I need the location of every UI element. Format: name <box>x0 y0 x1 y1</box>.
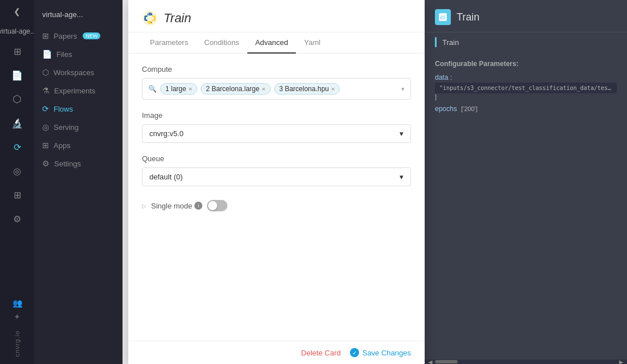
sidebar-item-workspaces[interactable]: ⬡ <box>6 89 28 109</box>
save-check-icon: ✓ <box>350 348 359 357</box>
sidebar-item-papers[interactable]: ⊞ <box>6 41 28 62</box>
single-mode-play-icon: ▷ <box>142 203 146 209</box>
sidebar-extra-icon2[interactable]: ✦ <box>14 312 21 321</box>
scrollbar[interactable]: ◀ ▶ <box>425 359 627 364</box>
modal-footer: Delete Card ✓ Save Changes <box>128 341 425 364</box>
tab-parameters[interactable]: Parameters <box>142 32 196 54</box>
nav-item-papers[interactable]: ⊞ Papers NEW <box>34 27 122 45</box>
sidebar: ❮ virtual-age... ⊞ 📄 ⬡ 🔬 ⟳ ◎ ⊞ ⚙ 👥 ✦ cnv… <box>0 0 34 364</box>
compute-field: Compute 🔍 1 large × 2 Barcelona.large × … <box>142 65 411 100</box>
settings-icon: ⚙ <box>42 159 50 168</box>
single-mode-label: Single mode i <box>151 202 202 210</box>
apps-icon: ⊞ <box>42 141 49 150</box>
queue-label: Queue <box>142 154 411 163</box>
nav-item-workspaces[interactable]: ⬡ Workspaces <box>34 63 122 81</box>
right-panel-header: 🏷 Train <box>425 0 627 32</box>
image-dropdown[interactable]: cnvrg:v5.0 ▾ <box>142 124 411 143</box>
sidebar-item-flows[interactable]: ⟳ <box>6 137 28 157</box>
nav-settings-label: Settings <box>54 159 81 168</box>
app-name: virtual-age... <box>0 25 38 41</box>
delete-card-button[interactable]: Delete Card <box>301 349 340 357</box>
params-heading: Configurable Parameters: <box>435 60 617 68</box>
flows-icon: ⟳ <box>42 104 49 113</box>
tab-yaml[interactable]: Yaml <box>296 32 328 54</box>
sidebar-item-apps[interactable]: ⊞ <box>6 185 28 205</box>
nav-apps-label: Apps <box>54 141 71 150</box>
nav-item-apps[interactable]: ⊞ Apps <box>34 136 122 154</box>
tag-3barcelonahpu-text: 3 Barcelona.hpu <box>279 85 329 93</box>
image-value: cnvrg:v5.0 <box>149 129 184 138</box>
image-field: Image cnvrg:v5.0 ▾ <box>142 111 411 143</box>
files-icon: 📄 <box>42 50 52 59</box>
tag-2barcelona-text: 2 Barcelona.large <box>206 85 259 93</box>
nav-item-serving[interactable]: ◎ Serving <box>34 118 122 136</box>
tab-conditions[interactable]: Conditions <box>196 32 247 54</box>
tag-3barcelonahpu: 3 Barcelona.hpu × <box>274 83 340 95</box>
queue-dropdown[interactable]: default (0) ▾ <box>142 167 411 186</box>
tab-advanced[interactable]: Advanced <box>247 32 296 54</box>
nav-item-flows[interactable]: ⟳ Flows <box>34 100 122 118</box>
sidebar-extra-icon1[interactable]: 👥 <box>13 298 22 308</box>
tag-1large-remove[interactable]: × <box>189 85 192 92</box>
nav-item-experiments[interactable]: ⚗ Experiments <box>34 81 122 100</box>
serving-icon: ◎ <box>42 122 49 132</box>
modal-dialog: Train Parameters Conditions Advanced Yam… <box>128 0 425 364</box>
param-epochs-value-inline: ['200'] <box>461 105 478 112</box>
single-mode-toggle[interactable] <box>207 200 227 211</box>
sidebar-item-serving[interactable]: ◎ <box>6 161 28 181</box>
nav-item-files[interactable]: 📄 Files <box>34 45 122 63</box>
sidebar-bottom: 👥 ✦ cnvrg.io <box>13 298 22 357</box>
sidebar-item-settings[interactable]: ⚙ <box>6 208 28 229</box>
nav-panel: virtual-age... ⊞ Papers NEW 📄 Files ⬡ Wo… <box>34 0 123 364</box>
main-area: Virtual Train Parameters <box>123 0 627 364</box>
toggle-knob <box>208 201 217 210</box>
scrollbar-left-arrow[interactable]: ◀ <box>426 359 435 365</box>
tag-2barcelona-remove[interactable]: × <box>262 85 265 92</box>
right-panel-subtitle: Train <box>425 32 627 52</box>
compute-search-icon: 🔍 <box>148 85 157 93</box>
nav-serving-label: Serving <box>54 123 79 132</box>
scrollbar-thumb[interactable] <box>435 360 458 363</box>
scrollbar-right-arrow[interactable]: ▶ <box>617 359 626 365</box>
papers-badge: NEW <box>83 32 100 39</box>
queue-value: default (0) <box>149 173 183 181</box>
experiments-icon: ⚗ <box>42 86 50 95</box>
right-panel-icon: 🏷 <box>435 9 451 25</box>
queue-arrow-icon: ▾ <box>400 173 404 181</box>
nav-workspaces-label: Workspaces <box>54 68 94 77</box>
right-panel-subtitle-text: Train <box>442 38 459 47</box>
tag-3barcelonahpu-remove[interactable]: × <box>331 85 335 92</box>
python-icon <box>142 10 158 26</box>
nav-app-name: virtual-age... <box>34 7 122 27</box>
nav-files-label: Files <box>56 50 72 59</box>
image-label: Image <box>142 111 411 120</box>
right-panel-title: Train <box>457 11 479 23</box>
param-epochs: epochs ['200'] <box>435 105 617 113</box>
nav-flows-label: Flows <box>54 105 73 113</box>
sidebar-nav: ⊞ 📄 ⬡ 🔬 ⟳ ◎ ⊞ ⚙ <box>0 41 34 229</box>
compute-select[interactable]: 🔍 1 large × 2 Barcelona.large × 3 Barcel… <box>142 78 411 100</box>
svg-point-2 <box>151 22 152 23</box>
modal-title: Train <box>164 11 192 26</box>
save-label: Save Changes <box>363 349 411 357</box>
sidebar-item-experiments[interactable]: 🔬 <box>6 113 28 133</box>
single-mode-info-icon[interactable]: i <box>194 202 202 210</box>
image-arrow-icon: ▾ <box>400 129 404 138</box>
single-mode-row: ▷ Single mode i <box>142 198 411 214</box>
save-changes-button[interactable]: ✓ Save Changes <box>350 348 411 357</box>
subtitle-bar <box>435 37 437 47</box>
sidebar-toggle[interactable]: ❮ <box>14 7 21 16</box>
modal-header: Train <box>128 0 425 32</box>
nav-item-settings[interactable]: ⚙ Settings <box>34 154 122 173</box>
tag-2barcelona: 2 Barcelona.large × <box>201 83 271 95</box>
papers-icon: ⊞ <box>42 31 49 40</box>
param-data: data : "inputs/s3_connector/test_classif… <box>435 73 617 100</box>
param-data-value2: ] <box>435 93 617 100</box>
modal-overlay: Train Parameters Conditions Advanced Yam… <box>123 0 627 364</box>
sidebar-item-files[interactable]: 📄 <box>6 65 28 85</box>
modal-body: Compute 🔍 1 large × 2 Barcelona.large × … <box>128 54 425 341</box>
param-data-key: data : <box>435 73 617 81</box>
compute-label: Compute <box>142 65 411 73</box>
svg-point-1 <box>148 14 149 15</box>
workspaces-icon: ⬡ <box>42 68 49 77</box>
